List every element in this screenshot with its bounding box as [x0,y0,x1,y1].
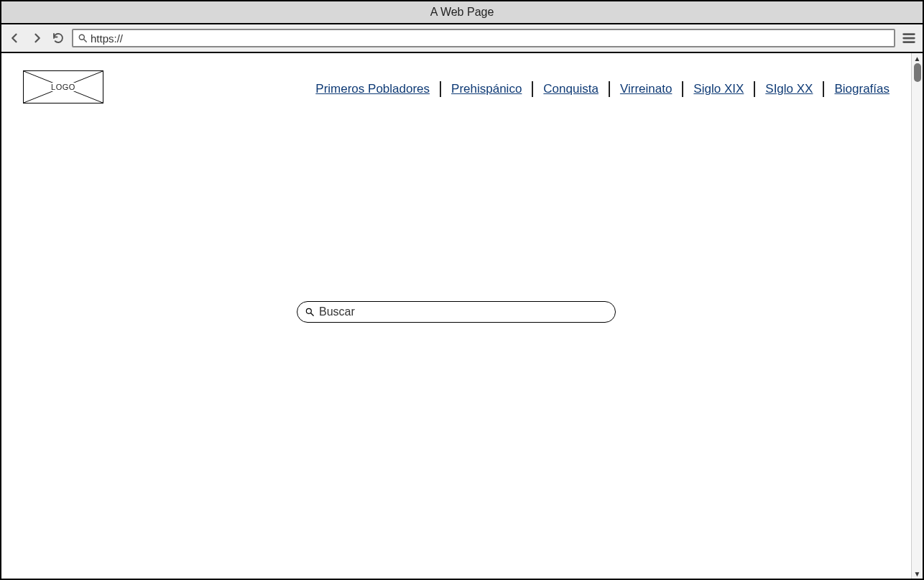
search-icon [305,307,315,317]
scroll-thumb[interactable] [914,63,921,82]
window-title: A Web Page [430,6,494,19]
nav-link-siglo-xx[interactable]: SIglo XX [765,82,813,96]
search-icon [78,33,88,43]
reload-button[interactable] [50,30,66,46]
nav-divider [823,81,824,97]
browser-window: A Web Page LOG [0,0,924,580]
nav-divider [682,81,683,97]
scroll-up-button[interactable]: ▲ [912,53,923,63]
forward-button[interactable] [29,30,45,46]
back-button[interactable] [7,30,23,46]
svg-line-1 [84,40,87,42]
menu-button[interactable] [901,30,917,46]
nav-link-siglo-xix[interactable]: Siglo XIX [693,82,744,96]
svg-line-8 [311,313,314,316]
search-box[interactable] [297,301,616,323]
search-container [297,301,616,323]
nav-link-primeros-pobladores[interactable]: Primeros Pobladores [315,82,430,96]
nav-divider [440,81,441,97]
search-input[interactable] [319,305,608,318]
nav-divider [532,81,533,97]
logo-label: LOGO [48,83,78,91]
nav-link-virreinato[interactable]: Virreinato [620,82,672,96]
scroll-track[interactable] [912,63,923,569]
nav-link-conquista[interactable]: Conquista [543,82,599,96]
nav-divider [754,81,755,97]
window-title-bar: A Web Page [1,1,923,24]
nav-link-prehispanico[interactable]: Prehispánico [451,82,522,96]
main-nav: Primeros Pobladores Prehispánico Conquis… [315,77,890,97]
arrow-right-icon [30,32,43,45]
vertical-scrollbar[interactable]: ▲ ▼ [911,53,923,579]
hamburger-icon [901,30,917,46]
page-header: LOGO Primeros Pobladores Prehispánico Co… [1,53,911,103]
scroll-down-button[interactable]: ▼ [912,569,923,579]
nav-divider [609,81,610,97]
address-bar[interactable] [72,29,895,47]
viewport: LOGO Primeros Pobladores Prehispánico Co… [1,53,923,579]
arrow-left-icon [9,32,22,45]
nav-link-biografias[interactable]: Biografías [834,82,890,96]
browser-toolbar [1,24,923,53]
logo[interactable]: LOGO [23,70,103,103]
svg-point-7 [306,308,311,313]
reload-icon [52,32,65,45]
page-content: LOGO Primeros Pobladores Prehispánico Co… [1,53,911,579]
address-input[interactable] [91,32,890,45]
